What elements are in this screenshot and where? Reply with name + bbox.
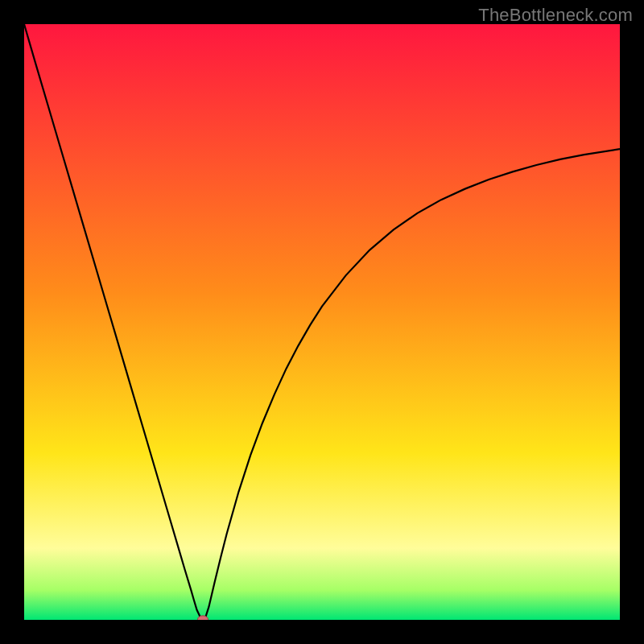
watermark-text: TheBottleneck.com: [478, 5, 633, 26]
gradient-background: [24, 24, 620, 620]
plot-area: [24, 24, 620, 620]
chart-stage: TheBottleneck.com: [0, 0, 644, 644]
chart-svg: [24, 24, 620, 620]
minimum-marker: [198, 616, 208, 620]
